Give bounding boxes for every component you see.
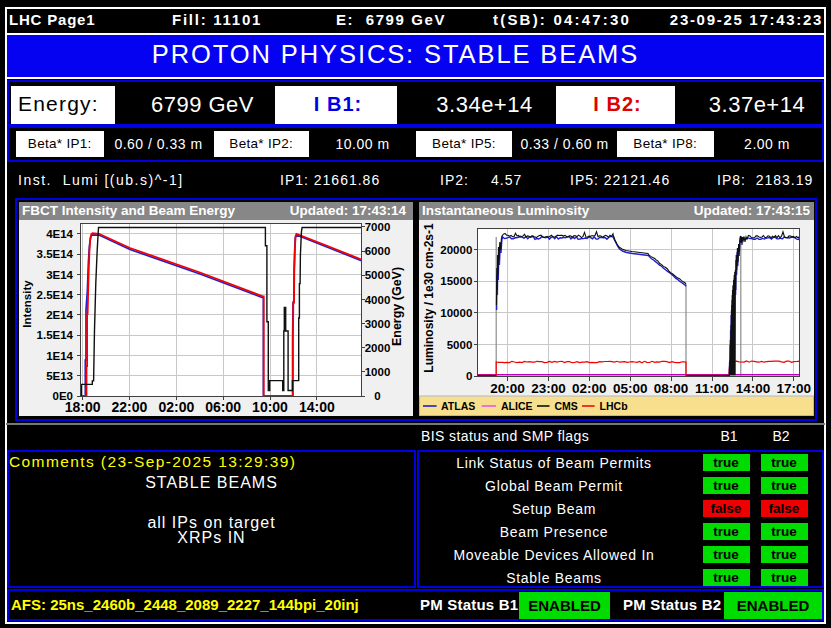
svg-text:3.5E14: 3.5E14 xyxy=(37,248,74,260)
svg-text:3E14: 3E14 xyxy=(46,269,73,281)
svg-text:4E14: 4E14 xyxy=(46,228,73,240)
svg-text:5000: 5000 xyxy=(365,269,391,281)
svg-text:2.5E14: 2.5E14 xyxy=(37,289,74,301)
svg-text:LHCb: LHCb xyxy=(600,400,628,412)
svg-text:6000: 6000 xyxy=(365,245,391,257)
svg-text:3000: 3000 xyxy=(365,318,391,330)
svg-text:11:00: 11:00 xyxy=(695,381,729,396)
svg-text:1E14: 1E14 xyxy=(46,350,73,362)
svg-text:1000: 1000 xyxy=(365,366,391,378)
svg-text:02:00: 02:00 xyxy=(158,399,194,415)
svg-text:2E14: 2E14 xyxy=(46,309,73,321)
svg-text:10000: 10000 xyxy=(440,307,472,319)
svg-text:08:00: 08:00 xyxy=(654,381,689,396)
svg-text:0: 0 xyxy=(466,370,472,382)
svg-text:20000: 20000 xyxy=(440,244,472,256)
svg-text:15000: 15000 xyxy=(440,275,472,287)
svg-text:0: 0 xyxy=(374,390,380,402)
svg-text:14:00: 14:00 xyxy=(736,381,771,396)
svg-text:Intensity: Intensity xyxy=(21,280,33,328)
svg-text:05:00: 05:00 xyxy=(613,381,648,396)
svg-text:23:00: 23:00 xyxy=(531,381,566,396)
svg-text:17:00: 17:00 xyxy=(777,381,812,396)
svg-text:14:00: 14:00 xyxy=(299,399,335,415)
svg-text:ALICE: ALICE xyxy=(501,400,533,412)
svg-text:20:00: 20:00 xyxy=(490,381,525,396)
svg-text:Energy (GeV): Energy (GeV) xyxy=(390,267,404,346)
svg-text:10:00: 10:00 xyxy=(252,399,288,415)
svg-text:2000: 2000 xyxy=(365,342,391,354)
svg-text:1.5E14: 1.5E14 xyxy=(37,329,74,341)
svg-text:4000: 4000 xyxy=(365,294,391,306)
svg-text:06:00: 06:00 xyxy=(205,399,241,415)
svg-text:5E13: 5E13 xyxy=(46,370,73,382)
svg-text:5000: 5000 xyxy=(447,339,473,351)
svg-text:22:00: 22:00 xyxy=(111,399,147,415)
svg-text:18:00: 18:00 xyxy=(65,399,101,415)
svg-text:7000: 7000 xyxy=(365,221,391,233)
svg-text:02:00: 02:00 xyxy=(572,381,607,396)
svg-text:ATLAS: ATLAS xyxy=(441,400,475,412)
svg-text:CMS: CMS xyxy=(555,400,578,412)
svg-text:Luminosity / 1e30 cm-2s-1: Luminosity / 1e30 cm-2s-1 xyxy=(422,223,436,373)
